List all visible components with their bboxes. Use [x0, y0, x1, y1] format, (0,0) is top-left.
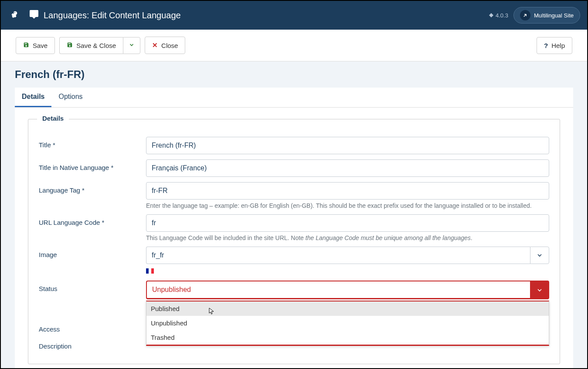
- url-code-field[interactable]: [146, 214, 549, 232]
- chevron-down-icon: [129, 42, 135, 49]
- tabs: Details Options: [15, 88, 573, 108]
- label-image: Image: [39, 247, 146, 258]
- label-status: Status: [39, 281, 146, 292]
- save-close-button[interactable]: Save & Close: [59, 37, 123, 54]
- save-icon: [23, 42, 29, 49]
- site-link-button[interactable]: Multilingual Site: [513, 7, 580, 24]
- flag-fr-icon: [146, 268, 154, 274]
- save-button[interactable]: Save: [16, 37, 55, 54]
- label-native: Title in Native Language *: [39, 159, 146, 171]
- tab-options[interactable]: Options: [51, 88, 89, 107]
- joomla-logo-icon[interactable]: [8, 8, 22, 22]
- fieldset-legend: Details: [37, 115, 69, 122]
- status-select[interactable]: Unpublished: [146, 281, 549, 299]
- status-option-trashed[interactable]: Trashed: [146, 330, 549, 345]
- image-select[interactable]: fr_fr: [146, 247, 549, 264]
- label-tag: Language Tag *: [39, 182, 146, 194]
- save-close-group: Save & Close: [59, 37, 140, 54]
- help-urlcode: This Language Code will be included in t…: [146, 234, 549, 241]
- flag-preview: [146, 267, 154, 275]
- save-close-dropdown-toggle[interactable]: [123, 37, 140, 54]
- status-dropdown: Published Unpublished Trashed: [146, 301, 549, 346]
- status-option-unpublished[interactable]: Unpublished: [146, 316, 549, 330]
- close-icon: ✕: [152, 41, 158, 49]
- help-icon: ?: [544, 42, 548, 49]
- status-option-published[interactable]: Published: [146, 301, 549, 316]
- tab-details[interactable]: Details: [15, 88, 51, 107]
- label-description: Description: [39, 338, 146, 350]
- help-button[interactable]: ? Help: [537, 37, 572, 54]
- close-button[interactable]: ✕ Close: [145, 37, 185, 54]
- page-title: French (fr-FR): [15, 68, 573, 81]
- label-access: Access: [39, 321, 146, 333]
- language-tag-field[interactable]: [146, 182, 549, 200]
- native-title-field[interactable]: [146, 159, 549, 177]
- admin-header: Languages: Edit Content Language 4.0.3 M…: [1, 1, 587, 30]
- comments-icon: [29, 9, 39, 21]
- page-header-title: Languages: Edit Content Language: [44, 10, 181, 20]
- save-icon: [67, 42, 73, 49]
- details-fieldset: Details Title * Title in Native Language…: [28, 119, 560, 364]
- label-title: Title *: [39, 137, 146, 149]
- title-field[interactable]: [146, 137, 549, 154]
- toolbar: Save Save & Close ✕ Close ? Help: [1, 30, 587, 61]
- chevron-down-icon: [530, 281, 549, 299]
- chevron-down-icon: [530, 247, 549, 264]
- help-tag: Enter the language tag – example: en-GB …: [146, 202, 549, 209]
- label-urlcode: URL Language Code *: [39, 214, 146, 226]
- external-link-icon: [520, 10, 530, 20]
- version-badge: 4.0.3: [489, 12, 508, 19]
